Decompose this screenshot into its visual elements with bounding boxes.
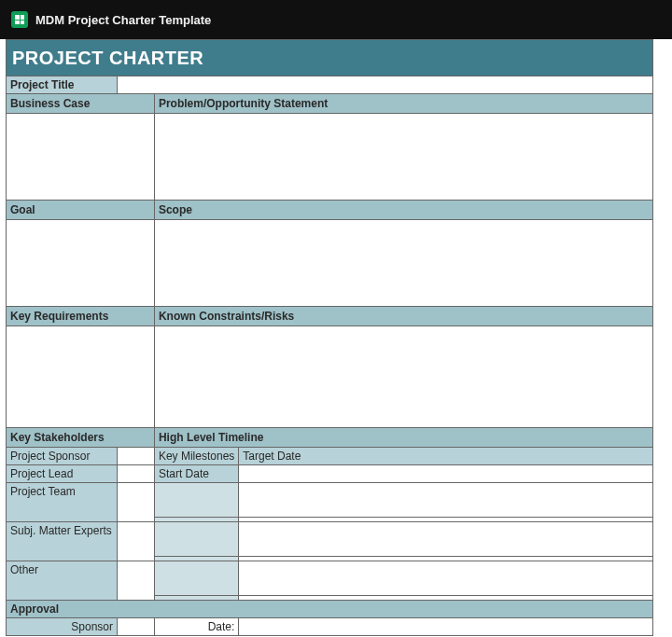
lbl-sponsor: Sponsor xyxy=(7,618,118,636)
sec-stakeholders: Key Stakeholders xyxy=(7,428,155,448)
scope-input[interactable] xyxy=(154,220,652,307)
goal-input[interactable] xyxy=(7,220,155,307)
window-titlebar: MDM Project Charter Template xyxy=(0,0,672,39)
google-sheets-icon xyxy=(11,11,28,28)
val-project-lead[interactable] xyxy=(118,465,155,483)
sec-scope: Scope xyxy=(154,201,652,220)
sec-problem: Problem/Opportunity Statement xyxy=(154,94,652,114)
risks-input[interactable] xyxy=(154,326,652,428)
page-title: PROJECT CHARTER xyxy=(7,40,653,76)
tl-tg-3[interactable] xyxy=(239,522,653,557)
val-sme[interactable] xyxy=(118,522,155,561)
lbl-start-date: Start Date xyxy=(154,465,238,483)
tl-ms-1[interactable] xyxy=(154,483,238,518)
lbl-project-sponsor: Project Sponsor xyxy=(7,448,118,465)
keyreq-input[interactable] xyxy=(7,326,155,428)
val-start-date[interactable] xyxy=(239,465,653,483)
sec-business-case: Business Case xyxy=(7,94,155,114)
col-milestones: Key Milestones xyxy=(154,448,238,465)
sheet-scroll-area[interactable]: PROJECT CHARTER Project Title Business C… xyxy=(0,39,672,637)
problem-input[interactable] xyxy=(154,114,652,201)
project-title-input[interactable] xyxy=(118,76,653,94)
val-date[interactable] xyxy=(239,618,653,636)
charter-table: PROJECT CHARTER Project Title Business C… xyxy=(6,39,653,636)
tl-ms-5[interactable] xyxy=(154,561,238,596)
sec-timeline: High Level Timeline xyxy=(154,428,652,448)
lbl-sme: Subj. Matter Experts xyxy=(7,522,118,561)
business-case-input[interactable] xyxy=(7,114,155,201)
lbl-other: Other xyxy=(7,561,118,601)
lbl-project-team: Project Team xyxy=(7,483,118,522)
val-sponsor[interactable] xyxy=(118,618,155,636)
col-target: Target Date xyxy=(239,448,653,465)
sec-goal: Goal xyxy=(7,201,155,220)
project-title-label: Project Title xyxy=(7,76,118,94)
lbl-project-lead: Project Lead xyxy=(7,465,118,483)
sec-approval: Approval xyxy=(7,601,653,618)
val-project-team[interactable] xyxy=(118,483,155,522)
sec-keyreq: Key Requirements xyxy=(7,307,155,326)
sec-risks: Known Constraints/Risks xyxy=(154,307,652,326)
tl-ms-3[interactable] xyxy=(154,522,238,557)
val-other[interactable] xyxy=(118,561,155,601)
lbl-date: Date: xyxy=(154,618,238,636)
document-title: MDM Project Charter Template xyxy=(35,13,211,27)
val-project-sponsor[interactable] xyxy=(118,448,155,465)
tl-tg-5[interactable] xyxy=(239,561,653,596)
tl-tg-1[interactable] xyxy=(239,483,653,518)
